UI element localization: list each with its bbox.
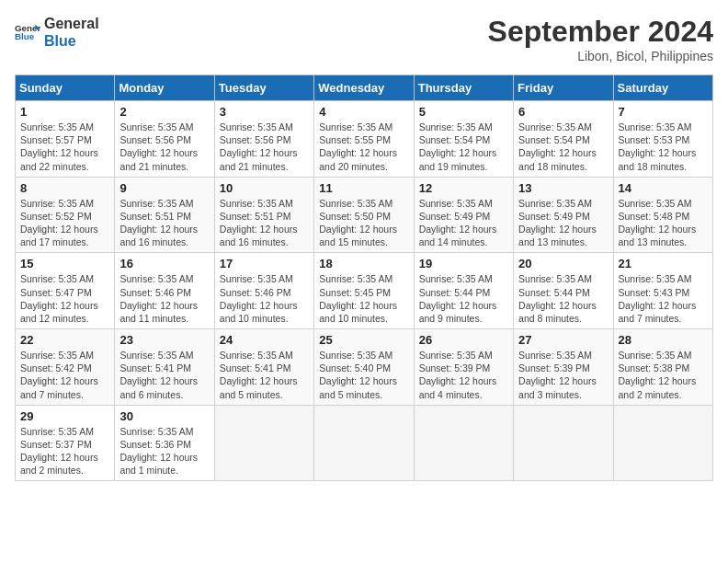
logo: General Blue General Blue [15,15,99,50]
day-info: Sunrise: 5:35 AM Sunset: 5:44 PM Dayligh… [518,272,608,325]
calendar-cell: 14Sunrise: 5:35 AM Sunset: 5:48 PM Dayli… [613,177,712,253]
calendar-table: SundayMondayTuesdayWednesdayThursdayFrid… [15,75,713,481]
day-number: 19 [419,257,508,270]
calendar-week-row: 1Sunrise: 5:35 AM Sunset: 5:57 PM Daylig… [16,101,713,178]
day-number: 3 [220,105,309,119]
calendar-cell: 28Sunrise: 5:35 AM Sunset: 5:38 PM Dayli… [613,329,712,406]
weekday-header-saturday: Saturday [613,75,712,101]
calendar-cell: 22Sunrise: 5:35 AM Sunset: 5:42 PM Dayli… [16,329,115,406]
day-number: 20 [518,257,608,270]
weekday-header-monday: Monday [115,75,214,101]
calendar-cell: 13Sunrise: 5:35 AM Sunset: 5:49 PM Dayli… [514,177,613,253]
day-info: Sunrise: 5:35 AM Sunset: 5:56 PM Dayligh… [220,121,309,173]
calendar-cell: 12Sunrise: 5:35 AM Sunset: 5:49 PM Dayli… [414,177,513,253]
day-number: 24 [220,333,309,347]
weekday-header-row: SundayMondayTuesdayWednesdayThursdayFrid… [16,75,713,101]
calendar-cell: 8Sunrise: 5:35 AM Sunset: 5:52 PM Daylig… [16,177,115,253]
page-header: General Blue General Blue September 2024… [15,15,713,63]
weekday-header-wednesday: Wednesday [314,75,414,101]
month-title: September 2024 [488,15,713,49]
day-number: 12 [419,181,508,195]
day-info: Sunrise: 5:35 AM Sunset: 5:46 PM Dayligh… [220,272,309,325]
day-number: 30 [119,409,209,423]
calendar-cell: 24Sunrise: 5:35 AM Sunset: 5:41 PM Dayli… [214,329,313,406]
day-info: Sunrise: 5:35 AM Sunset: 5:52 PM Dayligh… [20,197,109,249]
day-number: 9 [119,181,209,195]
day-info: Sunrise: 5:35 AM Sunset: 5:39 PM Dayligh… [518,349,608,401]
weekday-header-sunday: Sunday [16,75,115,101]
day-info: Sunrise: 5:35 AM Sunset: 5:42 PM Dayligh… [20,349,109,401]
calendar-cell: 11Sunrise: 5:35 AM Sunset: 5:50 PM Dayli… [314,177,414,253]
calendar-cell: 20Sunrise: 5:35 AM Sunset: 5:44 PM Dayli… [514,253,613,329]
calendar-cell: 1Sunrise: 5:35 AM Sunset: 5:57 PM Daylig… [16,101,115,178]
calendar-cell: 19Sunrise: 5:35 AM Sunset: 5:44 PM Dayli… [414,253,513,329]
calendar-week-row: 8Sunrise: 5:35 AM Sunset: 5:52 PM Daylig… [16,177,713,253]
day-number: 4 [319,105,408,119]
day-number: 10 [220,181,309,195]
day-number: 21 [619,257,708,270]
day-number: 22 [20,333,109,347]
day-info: Sunrise: 5:35 AM Sunset: 5:54 PM Dayligh… [518,121,608,173]
calendar-cell: 2Sunrise: 5:35 AM Sunset: 5:56 PM Daylig… [115,101,214,178]
day-info: Sunrise: 5:35 AM Sunset: 5:41 PM Dayligh… [220,349,309,401]
calendar-cell: 5Sunrise: 5:35 AM Sunset: 5:54 PM Daylig… [414,101,513,178]
weekday-header-thursday: Thursday [414,75,513,101]
day-info: Sunrise: 5:35 AM Sunset: 5:47 PM Dayligh… [20,272,109,325]
calendar-cell: 18Sunrise: 5:35 AM Sunset: 5:45 PM Dayli… [314,253,414,329]
day-number: 5 [419,105,508,119]
day-info: Sunrise: 5:35 AM Sunset: 5:50 PM Dayligh… [319,197,408,249]
day-info: Sunrise: 5:35 AM Sunset: 5:40 PM Dayligh… [319,349,408,401]
calendar-week-row: 15Sunrise: 5:35 AM Sunset: 5:47 PM Dayli… [16,253,713,329]
weekday-header-friday: Friday [514,75,613,101]
day-number: 7 [619,105,708,119]
calendar-cell: 27Sunrise: 5:35 AM Sunset: 5:39 PM Dayli… [514,329,613,406]
calendar-cell: 29Sunrise: 5:35 AM Sunset: 5:37 PM Dayli… [16,405,115,481]
day-number: 27 [518,333,608,347]
calendar-cell: 23Sunrise: 5:35 AM Sunset: 5:41 PM Dayli… [115,329,214,406]
location-subtitle: Libon, Bicol, Philippines [488,49,713,63]
calendar-cell: 10Sunrise: 5:35 AM Sunset: 5:51 PM Dayli… [214,177,313,253]
day-number: 6 [518,105,608,119]
calendar-cell [314,405,414,481]
day-info: Sunrise: 5:35 AM Sunset: 5:51 PM Dayligh… [119,197,209,249]
calendar-cell: 16Sunrise: 5:35 AM Sunset: 5:46 PM Dayli… [115,253,214,329]
day-number: 17 [220,257,309,270]
day-number: 8 [20,181,109,195]
calendar-cell: 9Sunrise: 5:35 AM Sunset: 5:51 PM Daylig… [115,177,214,253]
day-number: 18 [319,257,408,270]
day-info: Sunrise: 5:35 AM Sunset: 5:48 PM Dayligh… [619,197,708,249]
day-number: 25 [319,333,408,347]
day-info: Sunrise: 5:35 AM Sunset: 5:57 PM Dayligh… [20,121,109,173]
day-info: Sunrise: 5:35 AM Sunset: 5:53 PM Dayligh… [619,121,708,173]
day-info: Sunrise: 5:35 AM Sunset: 5:51 PM Dayligh… [220,197,309,249]
day-info: Sunrise: 5:35 AM Sunset: 5:54 PM Dayligh… [419,121,508,173]
calendar-cell: 4Sunrise: 5:35 AM Sunset: 5:55 PM Daylig… [314,101,414,178]
calendar-cell: 6Sunrise: 5:35 AM Sunset: 5:54 PM Daylig… [514,101,613,178]
calendar-cell [414,405,513,481]
day-info: Sunrise: 5:35 AM Sunset: 5:36 PM Dayligh… [119,425,209,477]
day-info: Sunrise: 5:35 AM Sunset: 5:49 PM Dayligh… [518,197,608,249]
calendar-cell: 25Sunrise: 5:35 AM Sunset: 5:40 PM Dayli… [314,329,414,406]
calendar-cell: 17Sunrise: 5:35 AM Sunset: 5:46 PM Dayli… [214,253,313,329]
calendar-cell: 21Sunrise: 5:35 AM Sunset: 5:43 PM Dayli… [613,253,712,329]
calendar-week-row: 29Sunrise: 5:35 AM Sunset: 5:37 PM Dayli… [16,405,713,481]
day-number: 11 [319,181,408,195]
day-number: 14 [619,181,708,195]
calendar-cell: 7Sunrise: 5:35 AM Sunset: 5:53 PM Daylig… [613,101,712,178]
day-info: Sunrise: 5:35 AM Sunset: 5:43 PM Dayligh… [619,272,708,325]
day-info: Sunrise: 5:35 AM Sunset: 5:41 PM Dayligh… [119,349,209,401]
weekday-header-tuesday: Tuesday [214,75,313,101]
day-info: Sunrise: 5:35 AM Sunset: 5:44 PM Dayligh… [419,272,508,325]
calendar-cell: 3Sunrise: 5:35 AM Sunset: 5:56 PM Daylig… [214,101,313,178]
day-info: Sunrise: 5:35 AM Sunset: 5:39 PM Dayligh… [419,349,508,401]
day-number: 2 [119,105,209,119]
calendar-cell: 15Sunrise: 5:35 AM Sunset: 5:47 PM Dayli… [16,253,115,329]
calendar-cell [613,405,712,481]
day-number: 23 [119,333,209,347]
logo-icon: General Blue [15,19,40,45]
day-info: Sunrise: 5:35 AM Sunset: 5:46 PM Dayligh… [119,272,209,325]
day-info: Sunrise: 5:35 AM Sunset: 5:56 PM Dayligh… [119,121,209,173]
day-info: Sunrise: 5:35 AM Sunset: 5:37 PM Dayligh… [20,425,109,477]
day-number: 16 [119,257,209,270]
calendar-cell: 26Sunrise: 5:35 AM Sunset: 5:39 PM Dayli… [414,329,513,406]
